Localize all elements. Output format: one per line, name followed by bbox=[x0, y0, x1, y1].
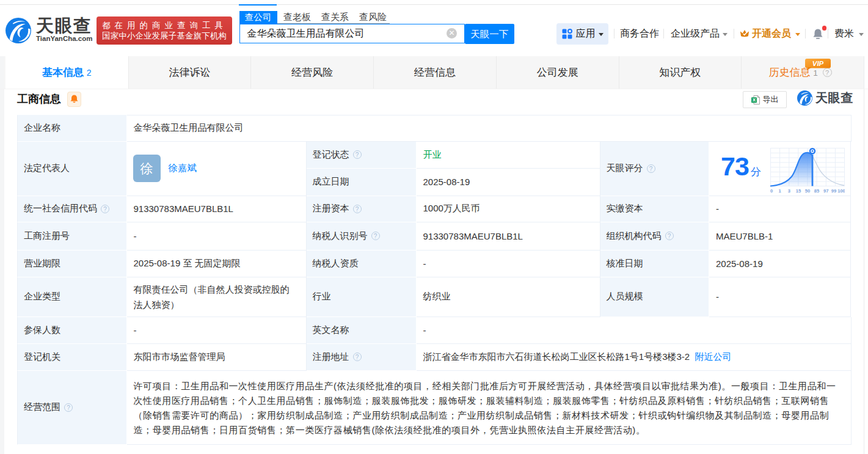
svg-text:X: X bbox=[752, 97, 755, 103]
svg-text:1: 1 bbox=[778, 188, 781, 193]
svg-text:50: 50 bbox=[805, 188, 810, 193]
svg-text:3: 3 bbox=[788, 188, 790, 193]
svg-text:15: 15 bbox=[796, 188, 801, 193]
svg-text:0: 0 bbox=[770, 188, 773, 193]
svg-text:85: 85 bbox=[814, 188, 820, 193]
svg-text:97: 97 bbox=[823, 188, 828, 193]
svg-text:100: 100 bbox=[837, 188, 845, 193]
svg-text:99: 99 bbox=[831, 188, 836, 193]
svg-text:VIP: VIP bbox=[812, 60, 824, 67]
